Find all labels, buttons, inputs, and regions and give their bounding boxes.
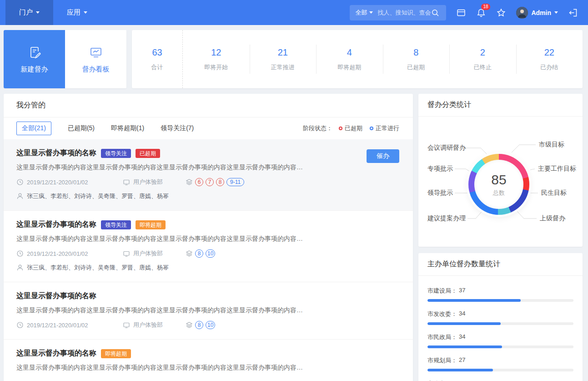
item-people-text: 张三疯、李若彤、刘诗诗、吴奇隆、罗晋、唐嫣、杨幂 bbox=[27, 264, 169, 272]
list-item[interactable]: 这里显示督办事项的名称领导关注即将超期这里显示督办事项的内容这里显示督办事项的内… bbox=[4, 211, 413, 282]
monitor-icon bbox=[123, 321, 130, 329]
stage-chip[interactable]: 10 bbox=[206, 249, 215, 258]
chevron-down-icon bbox=[554, 11, 558, 14]
donut-label-left-0: 会议调研督办 bbox=[427, 144, 466, 152]
item-stages: 810 bbox=[186, 321, 215, 329]
app-root: 门户 应用 全部 bbox=[0, 0, 588, 381]
org-bar-label: 市发改委：34 bbox=[427, 310, 573, 318]
org-name: 市民政局： bbox=[427, 333, 457, 341]
item-date-text: 2019/12/21-2020/01/02 bbox=[27, 250, 88, 257]
item-title: 这里显示督办事项的名称 bbox=[16, 148, 96, 158]
nav-menu-portal[interactable]: 门户 bbox=[5, 0, 53, 25]
list-item[interactable]: 这里显示督办事项的名称这里显示督办事项的内容这里显示督办事项的内容这里显示督办事… bbox=[4, 282, 413, 340]
stat-cell-0[interactable]: 63合计 bbox=[132, 30, 183, 88]
clock-icon bbox=[16, 250, 24, 257]
stat-cell-5[interactable]: 2已终止 bbox=[449, 30, 516, 88]
org-bar-track bbox=[427, 299, 573, 302]
search-icon[interactable] bbox=[431, 9, 439, 17]
org-bar-label: 市民政局：34 bbox=[427, 333, 573, 341]
logout-icon[interactable] bbox=[568, 8, 578, 18]
item-people: 张三疯、李若彤、刘诗诗、吴奇隆、罗晋、唐嫣、杨幂 bbox=[16, 264, 400, 272]
badge-warn: 即将超期 bbox=[136, 220, 166, 229]
content-row: 我分管的 全部(21)已超期(5)即将超期(1)领导关注(7) 阶段状态： 已超… bbox=[4, 94, 583, 381]
supervision-board-button[interactable]: 督办看板 bbox=[65, 30, 126, 88]
chevron-down-icon bbox=[369, 11, 373, 14]
stage-chip[interactable]: 8 bbox=[195, 249, 203, 258]
notification-badge: 18 bbox=[481, 4, 490, 10]
badge-focus: 领导关注 bbox=[101, 220, 131, 229]
summary-row: 新建督办 督办看板 63合计12即将开始21正常推进4即将超期8已超期2已终止2… bbox=[4, 30, 583, 88]
org-bar-fill bbox=[427, 345, 502, 348]
stat-value: 2 bbox=[480, 47, 485, 58]
badge-focus: 领导关注 bbox=[101, 149, 131, 158]
donut-label-left-3: 建议提案办理 bbox=[427, 214, 466, 223]
stat-cell-1[interactable]: 12即将开始 bbox=[183, 30, 250, 88]
monitor-icon bbox=[123, 250, 130, 257]
org-bars: 市建设局：37市发改委：34市民政局：34市规划局：27市公安局：24 bbox=[418, 276, 583, 381]
stat-cell-3[interactable]: 4即将超期 bbox=[316, 30, 383, 88]
org-bar-label: 市规划局：27 bbox=[427, 356, 573, 365]
stat-value: 22 bbox=[544, 47, 554, 58]
stage-chip[interactable]: 7 bbox=[206, 178, 214, 186]
badge-overdue: 已超期 bbox=[136, 149, 160, 158]
list-item[interactable]: 这里显示督办事项的名称领导关注已超期催办这里显示督办事项的内容这里显示督办事项的… bbox=[4, 139, 413, 211]
quick-actions-card: 新建督办 督办看板 bbox=[4, 30, 126, 88]
org-value: 34 bbox=[459, 310, 465, 318]
new-supervision-label: 新建督办 bbox=[21, 65, 48, 74]
my-supervision-title: 我分管的 bbox=[4, 94, 413, 117]
stat-label: 已终止 bbox=[474, 63, 492, 71]
stage-chip[interactable]: 10 bbox=[206, 321, 215, 329]
tab-3[interactable]: 领导关注(7) bbox=[161, 122, 194, 135]
stage-status-legend-items: 已超期正常进行 bbox=[339, 124, 399, 132]
item-meta: 2019/12/21-2020/01/02用户体验部810 bbox=[16, 249, 400, 258]
global-search[interactable]: 全部 bbox=[350, 5, 446, 20]
calendar-icon[interactable] bbox=[456, 8, 466, 18]
filter-row: 全部(21)已超期(5)即将超期(1)领导关注(7) 阶段状态： 已超期正常进行 bbox=[4, 117, 413, 139]
item-department: 用户体验部 bbox=[123, 249, 186, 258]
nav-right-tools: 全部 18 bbox=[350, 0, 588, 25]
search-input[interactable] bbox=[377, 9, 431, 16]
stage-status-legend: 阶段状态： 已超期正常进行 bbox=[303, 124, 399, 132]
item-meta: 2019/12/21-2020/01/02用户体验部6789-11 bbox=[16, 178, 400, 186]
item-date: 2019/12/21-2020/01/02 bbox=[16, 321, 123, 329]
urge-button[interactable]: 催办 bbox=[367, 149, 399, 163]
chart-monitor-icon bbox=[89, 45, 103, 60]
clock-icon bbox=[16, 178, 24, 186]
top-navbar: 门户 应用 全部 bbox=[0, 0, 588, 25]
stat-value: 4 bbox=[347, 47, 352, 58]
stage-chip[interactable]: 8 bbox=[216, 178, 224, 186]
monitor-icon bbox=[123, 178, 130, 186]
tab-1[interactable]: 已超期(5) bbox=[68, 122, 95, 135]
tab-2[interactable]: 即将超期(1) bbox=[111, 122, 144, 135]
search-scope-dropdown[interactable]: 全部 bbox=[355, 9, 373, 17]
layers-icon bbox=[186, 321, 193, 329]
stat-label: 正常推进 bbox=[271, 63, 295, 71]
tab-0[interactable]: 全部(21) bbox=[16, 122, 51, 135]
stage-chip[interactable]: 9-11 bbox=[226, 178, 244, 186]
stat-value: 12 bbox=[211, 47, 221, 58]
org-name: 市发改委： bbox=[427, 310, 457, 318]
org-bar-row: 市建设局：37 bbox=[427, 287, 573, 302]
stat-cell-4[interactable]: 8已超期 bbox=[383, 30, 450, 88]
item-date-text: 2019/12/21-2020/01/02 bbox=[27, 179, 88, 186]
new-supervision-button[interactable]: 新建督办 bbox=[4, 30, 65, 88]
nav-menu-apps[interactable]: 应用 bbox=[53, 0, 101, 25]
layers-icon bbox=[186, 178, 193, 186]
org-bar-label: 市建设局：37 bbox=[427, 287, 573, 295]
list-item[interactable]: 这里显示督办事项的名称即将超期这里显示督办事项的内容这里显示督办事项的内容这里显… bbox=[4, 340, 413, 381]
stage-chip[interactable]: 8 bbox=[195, 321, 203, 329]
edit-document-icon bbox=[27, 45, 42, 60]
stage-chip[interactable]: 6 bbox=[195, 178, 203, 186]
donut-label-right-3: 上级督办 bbox=[540, 214, 565, 223]
stat-cell-2[interactable]: 21正常推进 bbox=[250, 30, 317, 88]
stat-cell-6[interactable]: 22已办结 bbox=[516, 30, 583, 88]
star-icon[interactable] bbox=[496, 8, 506, 18]
supervision-list: 这里显示督办事项的名称领导关注已超期催办这里显示督办事项的内容这里显示督办事项的… bbox=[4, 139, 413, 381]
legend-label: 已超期 bbox=[345, 124, 362, 132]
item-date-text: 2019/12/21-2020/01/02 bbox=[27, 322, 88, 329]
legend-item-0: 已超期 bbox=[339, 124, 362, 132]
org-bar-fill bbox=[427, 322, 501, 325]
stage-status-legend-title: 阶段状态： bbox=[303, 124, 332, 132]
bell-icon[interactable]: 18 bbox=[476, 8, 486, 18]
user-menu[interactable]: Admin bbox=[516, 7, 558, 19]
